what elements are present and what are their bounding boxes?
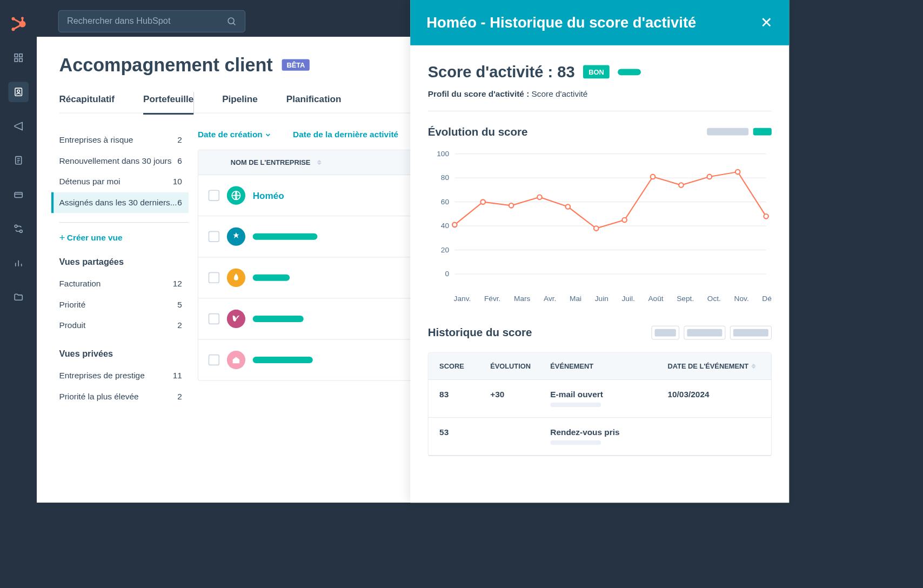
x-tick-label: Janv. bbox=[454, 295, 471, 303]
side-panel: Homéo - Historique du score d'activité ✕… bbox=[410, 0, 789, 503]
panel-title: Homéo - Historique du score d'activité bbox=[426, 14, 696, 31]
svg-point-44 bbox=[707, 175, 712, 179]
tab-portfolio[interactable]: Portefeuille bbox=[143, 90, 193, 113]
tab-planning[interactable]: Planification bbox=[286, 90, 342, 113]
nav-marketing-icon[interactable] bbox=[8, 116, 29, 137]
close-icon[interactable]: ✕ bbox=[760, 14, 773, 31]
nav-automation-icon[interactable] bbox=[8, 218, 29, 239]
placeholder bbox=[253, 357, 313, 363]
row-checkbox[interactable] bbox=[209, 313, 220, 325]
search-icon bbox=[226, 16, 237, 26]
tab-summary[interactable]: Récapitulatif bbox=[59, 90, 115, 113]
svg-text:20: 20 bbox=[441, 246, 450, 254]
history-title: Historique du score bbox=[428, 326, 532, 339]
row-checkbox[interactable] bbox=[209, 355, 220, 366]
x-tick-label: Mars bbox=[514, 295, 530, 303]
th-score[interactable]: SCORE bbox=[439, 362, 490, 370]
svg-line-21 bbox=[233, 23, 235, 25]
sort-icon bbox=[317, 160, 322, 165]
x-tick-label: Sept. bbox=[677, 295, 694, 303]
company-icon bbox=[227, 269, 245, 287]
svg-rect-5 bbox=[19, 54, 22, 57]
svg-point-38 bbox=[537, 195, 542, 199]
view-item[interactable]: Facturation12 bbox=[59, 273, 188, 294]
svg-rect-7 bbox=[19, 58, 22, 61]
filter-creation-date[interactable]: Date de création bbox=[198, 130, 271, 139]
filter-last-activity[interactable]: Date de la dernière activité bbox=[293, 130, 398, 139]
svg-point-15 bbox=[15, 225, 17, 228]
filter-item[interactable]: Assignés dans les 30 derniers...6 bbox=[51, 192, 189, 213]
view-item[interactable]: Priorité la plus élevée2 bbox=[59, 386, 188, 407]
filter-item[interactable]: Détenus par moi10 bbox=[59, 171, 188, 192]
placeholder bbox=[253, 233, 318, 239]
score-badge: BON bbox=[583, 65, 610, 79]
x-tick-label: Févr. bbox=[484, 295, 500, 303]
svg-rect-6 bbox=[15, 58, 17, 61]
svg-point-42 bbox=[651, 175, 656, 179]
row-checkbox[interactable] bbox=[209, 272, 220, 284]
filter-item[interactable]: Renouvellement dans 30 jours6 bbox=[59, 151, 188, 171]
shared-views-title: Vues partagées bbox=[59, 257, 188, 267]
x-tick-label: Août bbox=[648, 295, 663, 303]
chart-title: Évolution du score bbox=[428, 125, 528, 138]
history-table: SCORE ÉVOLUTION ÉVÉNEMENT DATE DE L'ÉVÉN… bbox=[428, 352, 772, 456]
nav-content-icon[interactable] bbox=[8, 150, 29, 171]
svg-rect-14 bbox=[15, 192, 22, 197]
score-value: Score d'activité : 83 bbox=[428, 63, 575, 81]
svg-point-45 bbox=[735, 170, 740, 175]
svg-point-20 bbox=[228, 18, 234, 24]
x-tick-label: Oct. bbox=[707, 295, 721, 303]
nav-files-icon[interactable] bbox=[8, 287, 29, 308]
view-item[interactable]: Entreprises de prestige11 bbox=[59, 365, 188, 386]
placeholder bbox=[618, 69, 641, 75]
svg-rect-4 bbox=[15, 54, 17, 57]
x-tick-label: Dé bbox=[762, 295, 771, 303]
private-views-title: Vues privées bbox=[59, 349, 188, 359]
profile-line: Profil du score d'activité : Score d'act… bbox=[428, 89, 772, 99]
th-date[interactable]: DATE DE L'ÉVÉNEMENT bbox=[667, 362, 760, 370]
svg-text:0: 0 bbox=[445, 270, 449, 278]
nav-reports-icon[interactable] bbox=[8, 253, 29, 273]
x-tick-label: Avr. bbox=[544, 295, 556, 303]
placeholder bbox=[253, 274, 290, 280]
hubspot-logo bbox=[11, 16, 26, 34]
placeholder bbox=[253, 316, 304, 322]
company-icon bbox=[227, 228, 245, 246]
page-title: Accompagnement client bbox=[59, 55, 272, 75]
x-tick-label: Mai bbox=[570, 295, 581, 303]
svg-point-41 bbox=[622, 218, 627, 223]
history-filter-button[interactable] bbox=[652, 326, 679, 340]
company-icon bbox=[227, 186, 245, 205]
history-filter-button[interactable] bbox=[730, 326, 772, 340]
view-item[interactable]: Priorité5 bbox=[59, 295, 188, 315]
svg-text:100: 100 bbox=[437, 150, 449, 158]
global-search[interactable] bbox=[58, 10, 245, 32]
nav-contacts-icon[interactable] bbox=[8, 82, 29, 102]
th-evolution[interactable]: ÉVOLUTION bbox=[490, 362, 550, 370]
nav-commerce-icon[interactable] bbox=[8, 184, 29, 205]
search-input[interactable] bbox=[67, 16, 226, 26]
filter-item[interactable]: Entreprises à risque2 bbox=[59, 130, 188, 150]
history-filters bbox=[652, 326, 772, 340]
x-tick-label: Nov. bbox=[734, 295, 749, 303]
th-event[interactable]: ÉVÉNEMENT bbox=[550, 362, 667, 370]
row-checkbox[interactable] bbox=[209, 231, 220, 243]
nav-grid-icon[interactable] bbox=[8, 48, 29, 68]
history-row: 53Rendez-vous pris bbox=[429, 418, 771, 456]
tab-pipeline[interactable]: Pipeline bbox=[222, 90, 258, 113]
row-checkbox[interactable] bbox=[209, 190, 220, 201]
x-tick-label: Juil. bbox=[621, 295, 634, 303]
history-row: 83+30E-mail ouvert10/03/2024 bbox=[429, 380, 771, 418]
history-filter-button[interactable] bbox=[684, 326, 725, 340]
create-view-link[interactable]: +Créer une vue bbox=[59, 232, 188, 244]
svg-text:60: 60 bbox=[441, 198, 450, 206]
beta-badge: BÊTA bbox=[282, 59, 310, 70]
svg-point-43 bbox=[679, 183, 684, 188]
views-sidebar: Entreprises à risque2Renouvellement dans… bbox=[59, 130, 198, 407]
left-nav bbox=[0, 0, 37, 503]
view-item[interactable]: Produit2 bbox=[59, 315, 188, 336]
svg-text:80: 80 bbox=[441, 173, 450, 182]
company-icon bbox=[227, 310, 245, 328]
chevron-down-icon bbox=[265, 132, 271, 137]
svg-point-39 bbox=[566, 204, 571, 209]
